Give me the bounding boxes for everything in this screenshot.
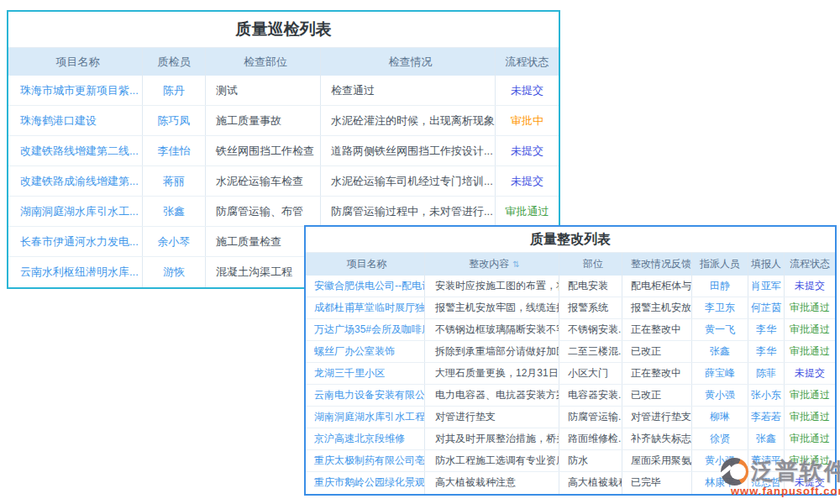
inspection-result: 防腐管运输过程中，未对管进行... [321,197,496,226]
inspector-link[interactable]: 张鑫 [143,197,206,226]
flow-status: 审批通过 [496,197,559,226]
assignee-link[interactable]: 柳琳 [692,407,748,428]
column-header-label: 流程状态 [790,258,830,270]
table-row: 龙湖三千里小区大理石质量更换，12月31日之...小区大门正在整改中薛宝峰陈菲未… [306,363,835,385]
column-header: 项目名称 [306,253,425,276]
assignee-link[interactable]: 黄一飞 [692,319,748,340]
watermark-brand: 泛普软件 [751,456,840,486]
project-name-link[interactable]: 成都杜甫草堂临时展厅独立展... [306,297,425,318]
table-row: 湖南洞庭湖水库引水工...张鑫防腐管运输、布管防腐管运输过程中，未对管进行...… [8,197,559,227]
table-row: 安徽合肥供电公司--配电设备...安装时应按施工图的布置，将...配电安装配电柜… [306,276,835,297]
rectify-content: 大理石质量更换，12月31日之... [425,363,559,384]
rectify-content: 电力电容器、电抗器安装方案,... [425,385,559,406]
inspection-result: 道路两侧铁丝网围挡工作按设计... [321,136,496,165]
reporter-link[interactable]: 肖亚军 [748,276,785,297]
column-header: 检查部位 [206,48,321,76]
column-header: 项目名称 [8,48,143,76]
assignee-link[interactable]: 田静 [692,276,748,297]
project-name-link[interactable]: 改建铁路线增建第二线... [8,136,143,165]
table-row: 螺丝厂办公室装饰拆除到承重墙部分请做好加固...二至三楼混...已改正张鑫李华审… [306,341,835,363]
inspector-link[interactable]: 余小琴 [143,227,206,256]
column-header-label: 整改内容 [469,258,509,270]
assignee-link[interactable]: 徐贤 [692,428,748,449]
inspection-table-title: 质量巡检列表 [8,12,559,48]
column-header-label: 项目名称 [56,55,100,68]
inspector-link[interactable]: 陈丹 [143,76,206,105]
rectify-part: 不锈钢安装... [559,319,622,340]
reporter-link[interactable]: 张鑫 [748,428,785,449]
project-name-link[interactable]: 重庆市鹅岭公园绿化景观提升... [306,472,425,494]
rectify-part: 电容器安装... [559,385,622,406]
column-header-label: 检查部位 [244,55,287,68]
project-name-link[interactable]: 珠海鹤港口建设 [8,106,143,135]
column-header: 质检员 [143,48,206,76]
inspection-result: 水泥砼运输车司机经过专门培训... [321,166,496,196]
flow-status: 审批通过 [785,407,835,428]
project-name-link[interactable]: 万达广场35#会所及咖啡厅空... [306,319,425,340]
inspection-part: 铁丝网围挡工作检查 [206,136,321,165]
column-header: 流程状态 [785,253,835,276]
inspector-link[interactable]: 蒋丽 [143,166,206,196]
rectify-feedback: 配电柜柜体与... [622,276,692,297]
table-row: 湖南洞庭湖水库引水工程施工标对管进行垫支防腐管运输...对管进行垫支柳琳李若若审… [306,407,835,428]
project-name-link[interactable]: 螺丝厂办公室装饰 [306,341,425,362]
project-name-link[interactable]: 安徽合肥供电公司--配电设备... [306,276,425,297]
rectify-feedback: 屋面采用聚氨... [622,450,692,471]
project-name-link[interactable]: 湖南洞庭湖水库引水工... [8,197,143,226]
reporter-link[interactable]: 陈菲 [748,363,785,384]
flow-status: 未提交 [496,76,559,105]
table-row: 成都杜甫草堂临时展厅独立展...报警主机安放牢固，线缆连接...报警系统报警主机… [306,297,835,319]
project-name-link[interactable]: 京沪高速北京段维修 [306,428,425,449]
column-header-label: 检查情况 [389,55,433,68]
assignee-link[interactable]: 李卫东 [692,297,748,318]
flow-status: 审批中 [496,106,559,135]
rectify-feedback: 对管进行垫支 [622,407,692,428]
project-name-link[interactable]: 珠海市城市更新项目紫... [8,76,143,105]
sort-icon[interactable]: ⇅ [512,260,519,269]
project-name-link[interactable]: 湖南洞庭湖水库引水工程施工标 [306,407,425,428]
project-name-link[interactable]: 云南水利枢纽潜明水库... [8,257,143,287]
column-header: 流程状态 [496,48,559,76]
inspection-part: 防腐管运输、布管 [206,197,321,226]
column-header-label: 项目名称 [347,258,387,270]
project-name-link[interactable]: 长春市伊通河水力发电... [8,227,143,256]
reporter-link[interactable]: 何芷茵 [748,297,785,318]
rectify-content: 不锈钢边框玻璃隔断安装不牢... [425,319,559,340]
column-header-label: 填报人 [751,258,781,270]
watermark-url: www.fanpusoft.com [731,485,840,497]
inspection-result: 水泥砼灌注的时候，出现离析现象 [321,106,496,135]
inspector-link[interactable]: 游恢 [143,257,206,287]
fanpu-logo-icon [721,458,748,486]
flow-status: 未提交 [785,276,835,297]
rectify-content: 对管进行垫支 [425,407,559,428]
rectify-content: 防水工程施工选调有专业资质... [425,450,559,471]
assignee-link[interactable]: 薛宝峰 [692,363,748,384]
rectify-content: 拆除到承重墙部分请做好加固... [425,341,559,362]
column-header: 指派人员 [692,253,748,276]
reporter-link[interactable]: 李若若 [748,407,785,428]
table-row: 京沪高速北京段维修对其及时开展整治措施，桥头...路面维修检...补齐缺失标志.… [306,428,835,450]
reporter-link[interactable]: 李华 [748,341,785,362]
reporter-link[interactable]: 李华 [748,319,785,340]
rectify-part: 报警系统 [559,297,622,318]
rectify-feedback: 已改正 [622,341,692,362]
rectify-feedback: 补齐缺失标志... [622,428,692,449]
project-name-link[interactable]: 重庆太极制药有限公司亳州中... [306,450,425,471]
inspector-link[interactable]: 李佳怡 [143,136,206,165]
flow-status: 未提交 [785,363,835,384]
inspection-part: 施工质量事故 [206,106,321,135]
assignee-link[interactable]: 黄小强 [692,385,748,406]
rectify-feedback: 正在整改中 [622,363,692,384]
rectify-part: 防腐管运输... [559,407,622,428]
flow-status: 未提交 [496,166,559,196]
project-name-link[interactable]: 改建铁路成渝线增建第... [8,166,143,196]
project-name-link[interactable]: 龙湖三千里小区 [306,363,425,384]
rectification-table-title: 质量整改列表 [306,227,835,253]
column-header-label: 整改情况反馈 [631,258,691,270]
reporter-link[interactable]: 张小东 [748,385,785,406]
project-name-link[interactable]: 云南电力设备安装有限公司20... [306,385,425,406]
inspector-link[interactable]: 陈巧凤 [143,106,206,135]
column-header: 部位 [559,253,622,276]
assignee-link[interactable]: 张鑫 [692,341,748,362]
rectify-content: 安装时应按施工图的布置，将... [425,276,559,297]
